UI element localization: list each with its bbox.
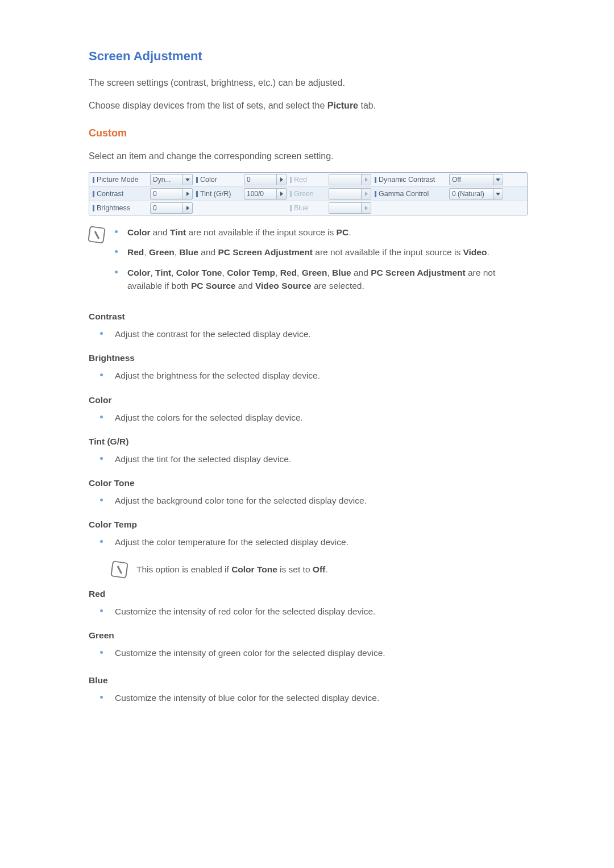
- kw: PC Screen Adjustment: [371, 268, 466, 277]
- txt: and: [150, 227, 169, 237]
- picture-mode-dropdown[interactable]: Dyn...: [150, 174, 193, 185]
- txt: and: [351, 268, 371, 277]
- contrast-heading: Contrast: [89, 312, 529, 322]
- txt: are not available if the input source is: [313, 247, 463, 257]
- stepper-arrow-icon[interactable]: [276, 189, 286, 199]
- stepper-arrow-icon[interactable]: [182, 203, 192, 213]
- gamma-control-value: 0 (Natural): [450, 189, 493, 199]
- intro-2-bold: Picture: [327, 101, 358, 110]
- stepper-arrow-icon[interactable]: [182, 189, 192, 199]
- note-list: Color and Tint are not available if the …: [115, 226, 529, 299]
- color-label: Color: [196, 176, 240, 184]
- kw: Video Source: [255, 281, 312, 290]
- color-temp-note-text: This option is enabled if Color Tone is …: [136, 564, 328, 575]
- tint-heading: Tint (G/R): [89, 437, 529, 447]
- dropdown-arrow-icon[interactable]: [182, 175, 192, 185]
- txt: ,: [171, 268, 176, 277]
- txt: are selected.: [312, 281, 364, 290]
- kw-pc: PC: [337, 227, 349, 237]
- green-desc: Customize the intensity of green color f…: [100, 646, 529, 659]
- stepper-arrow-icon: [361, 203, 371, 213]
- panel-row-3: Brightness 0 Blue: [89, 201, 527, 215]
- custom-heading: Custom: [89, 127, 529, 139]
- txt: ,: [297, 268, 302, 277]
- stepper-arrow-icon: [361, 189, 371, 199]
- color-temp-heading: Color Temp: [89, 520, 529, 530]
- green-stepper: [329, 188, 371, 200]
- color-stepper[interactable]: 0: [244, 174, 287, 185]
- tint-desc: Adjust the tint for the selected display…: [100, 452, 529, 466]
- txt: .: [349, 227, 351, 237]
- txt: and: [235, 281, 255, 290]
- brightness-label: Brightness: [93, 204, 147, 212]
- panel-row-1: Picture Mode Dyn... Color 0 Red Dynamic …: [89, 173, 527, 186]
- txt: is set to: [277, 564, 313, 574]
- stepper-arrow-icon[interactable]: [276, 175, 286, 185]
- txt: This option is enabled if: [136, 564, 231, 574]
- custom-intro: Select an item and change the correspond…: [89, 149, 529, 163]
- txt: .: [487, 247, 489, 257]
- kw: Green: [302, 268, 327, 277]
- kw-blue: Blue: [179, 247, 198, 257]
- blue-stepper: [329, 202, 371, 214]
- note-item-2: Red, Green, Blue and PC Screen Adjustmen…: [115, 246, 529, 259]
- kw: Blue: [332, 268, 351, 277]
- note-item-3: Color, Tint, Color Tone, Color Temp, Red…: [115, 266, 529, 293]
- note-block: Color and Tint are not available if the …: [89, 226, 529, 299]
- red-heading: Red: [89, 589, 529, 599]
- kw-pc-screen-adj: PC Screen Adjustment: [218, 247, 313, 257]
- dynamic-contrast-dropdown[interactable]: Off: [449, 174, 503, 185]
- txt: ,: [327, 268, 332, 277]
- note-icon: [88, 226, 106, 244]
- stepper-arrow-icon: [361, 175, 371, 185]
- kw: PC Source: [191, 281, 235, 290]
- color-desc: Adjust the colors for the selected displ…: [100, 411, 529, 424]
- intro-text-2: Choose display devices from the list of …: [89, 99, 529, 113]
- brightness-heading: Brightness: [89, 353, 529, 363]
- note-item-1: Color and Tint are not available if the …: [115, 226, 529, 239]
- intro-2a: Choose display devices from the list of …: [89, 101, 327, 110]
- tint-label: Tint (G/R): [196, 190, 240, 198]
- kw-tint: Tint: [170, 227, 186, 237]
- dropdown-arrow-icon[interactable]: [493, 175, 503, 185]
- brightness-stepper[interactable]: 0: [150, 202, 193, 214]
- tint-value: 100/0: [244, 189, 276, 199]
- txt: and: [198, 247, 218, 257]
- contrast-value: 0: [151, 189, 182, 199]
- tint-stepper[interactable]: 100/0: [244, 188, 287, 200]
- kw-green: Green: [149, 247, 175, 257]
- color-heading: Color: [89, 395, 529, 405]
- dynamic-contrast-value: Off: [450, 175, 493, 185]
- contrast-stepper[interactable]: 0: [150, 188, 193, 200]
- intro-2b: tab.: [358, 101, 376, 110]
- color-value: 0: [244, 175, 276, 185]
- settings-panel: Picture Mode Dyn... Color 0 Red Dynamic …: [89, 172, 528, 215]
- note-icon: [110, 560, 128, 579]
- green-heading: Green: [89, 630, 529, 641]
- panel-row-2: Contrast 0 Tint (G/R) 100/0 Green Gamma …: [89, 186, 527, 201]
- color-tone-desc: Adjust the background color tone for the…: [100, 494, 529, 507]
- kw: Tint: [155, 268, 171, 277]
- blue-label: Blue: [290, 204, 325, 212]
- kw: Red: [280, 268, 297, 277]
- gamma-control-dropdown[interactable]: 0 (Natural): [449, 188, 503, 200]
- contrast-desc: Adjust the contrast for the selected dis…: [100, 327, 529, 340]
- txt: ,: [150, 268, 155, 277]
- blue-value: [329, 203, 361, 213]
- txt: ,: [222, 268, 227, 277]
- brightness-value: 0: [151, 203, 182, 213]
- txt: ,: [275, 268, 280, 277]
- intro-text-1: The screen settings (contrast, brightnes…: [89, 76, 529, 90]
- red-label: Red: [290, 176, 325, 184]
- color-temp-desc: Adjust the color temperature for the sel…: [100, 535, 529, 549]
- kw: Color Tone: [231, 564, 277, 574]
- red-value: [329, 175, 361, 185]
- kw-video: Video: [463, 247, 487, 257]
- red-stepper: [329, 174, 371, 185]
- kw-red: Red: [127, 247, 144, 257]
- kw-color: Color: [127, 227, 150, 237]
- contrast-label: Contrast: [93, 190, 147, 198]
- gamma-control-label: Gamma Control: [375, 190, 446, 198]
- blue-heading: Blue: [89, 675, 529, 686]
- dropdown-arrow-icon[interactable]: [493, 189, 503, 199]
